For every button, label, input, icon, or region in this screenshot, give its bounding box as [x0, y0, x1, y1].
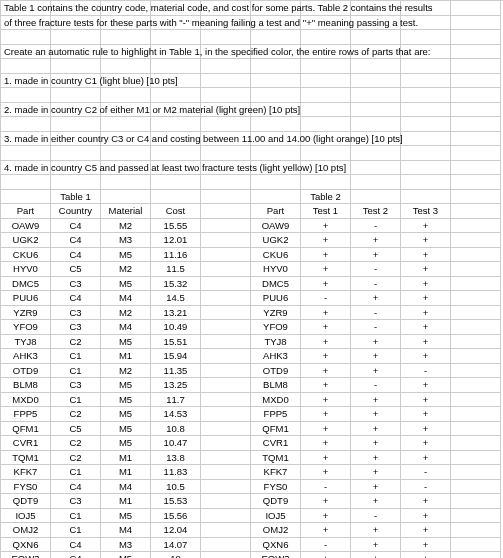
table2-test1: + — [301, 407, 351, 422]
empty-cell — [101, 175, 151, 190]
rule-2: 2. made in country C2 of either M1 or M2… — [1, 103, 51, 118]
table1-country: C3 — [51, 320, 101, 335]
table2-test3: + — [401, 277, 451, 292]
table1-part: CKU6 — [1, 248, 51, 263]
empty-cell — [151, 146, 201, 161]
table1-part: IOJ5 — [1, 509, 51, 524]
empty-cell — [151, 175, 201, 190]
empty-cell — [251, 190, 301, 205]
empty-cell — [451, 175, 501, 190]
table2-header-test3: Test 3 — [401, 204, 451, 219]
table2-test2: + — [351, 364, 401, 379]
table1-part: MXD0 — [1, 393, 51, 408]
empty-cell — [201, 378, 251, 393]
table2-part: FYS0 — [251, 480, 301, 495]
table1-country: C1 — [51, 349, 101, 364]
table1-material: M4 — [101, 480, 151, 495]
table1-material: M5 — [101, 407, 151, 422]
empty-cell — [1, 190, 51, 205]
empty-cell — [351, 30, 401, 45]
table1-part: OMJ2 — [1, 523, 51, 538]
table1-country: C4 — [51, 219, 101, 234]
table2-test1: - — [301, 538, 351, 553]
table2-part: OAW9 — [251, 219, 301, 234]
empty-cell — [401, 117, 451, 132]
empty-cell — [401, 30, 451, 45]
table1-cost: 13.8 — [151, 451, 201, 466]
table1-country: C4 — [51, 233, 101, 248]
table2-test3: + — [401, 538, 451, 553]
table1-part: YZR9 — [1, 306, 51, 321]
empty-cell — [201, 219, 251, 234]
table1-cost: 10.47 — [151, 436, 201, 451]
table2-part: OMJ2 — [251, 523, 301, 538]
table2-test1: + — [301, 451, 351, 466]
rule-1: 1. made in country C1 (light blue) [10 p… — [1, 74, 51, 89]
empty-cell — [251, 74, 301, 89]
table2-part: PUU6 — [251, 291, 301, 306]
table2-test2: + — [351, 393, 401, 408]
table1-part: DMC5 — [1, 277, 51, 292]
table2-test1: + — [301, 320, 351, 335]
empty-cell — [251, 175, 301, 190]
table1-cost: 15.51 — [151, 335, 201, 350]
empty-cell — [1, 175, 51, 190]
table1-country: C4 — [51, 552, 101, 558]
table2-test3: + — [401, 451, 451, 466]
empty-cell — [101, 59, 151, 74]
table2-test3: - — [401, 465, 451, 480]
empty-cell — [451, 335, 501, 350]
empty-cell — [451, 1, 501, 16]
table2-test3: + — [401, 378, 451, 393]
table2-part: TYJ8 — [251, 335, 301, 350]
table1-material: M5 — [101, 552, 151, 558]
table1-material: M2 — [101, 219, 151, 234]
table2-header-part: Part — [251, 204, 301, 219]
empty-cell — [401, 146, 451, 161]
table2-test1: + — [301, 436, 351, 451]
rule-4: 4. made in country C5 and passed at leas… — [1, 161, 51, 176]
table2-test3: - — [401, 480, 451, 495]
empty-cell — [401, 161, 451, 176]
empty-cell — [451, 378, 501, 393]
empty-cell — [201, 59, 251, 74]
table2-test3: + — [401, 552, 451, 558]
empty-cell — [451, 233, 501, 248]
rule-3: 3. made in either country C3 or C4 and c… — [1, 132, 51, 147]
table2-header-test1: Test 1 — [301, 204, 351, 219]
table1-part: AHK3 — [1, 349, 51, 364]
table1-header-part: Part — [1, 204, 51, 219]
table1-cost: 12.04 — [151, 523, 201, 538]
table2-test3: + — [401, 291, 451, 306]
table1-header-cost: Cost — [151, 204, 201, 219]
table2-test1: + — [301, 262, 351, 277]
empty-cell — [201, 480, 251, 495]
empty-cell — [351, 117, 401, 132]
table1-cost: 10.8 — [151, 422, 201, 437]
table2-test2: - — [351, 378, 401, 393]
table1-material: M1 — [101, 451, 151, 466]
empty-cell — [201, 262, 251, 277]
empty-cell — [401, 74, 451, 89]
empty-cell — [201, 277, 251, 292]
table2-test2: + — [351, 248, 401, 263]
empty-cell — [401, 88, 451, 103]
table2-part: MXD0 — [251, 393, 301, 408]
empty-cell — [101, 146, 151, 161]
empty-cell — [451, 291, 501, 306]
empty-cell — [451, 277, 501, 292]
table2-part: BLM8 — [251, 378, 301, 393]
empty-cell — [201, 436, 251, 451]
table2-test3: + — [401, 320, 451, 335]
table2-test3: + — [401, 335, 451, 350]
table2-part: OTD9 — [251, 364, 301, 379]
empty-cell — [451, 248, 501, 263]
table1-country: C4 — [51, 248, 101, 263]
empty-cell — [301, 175, 351, 190]
empty-cell — [201, 233, 251, 248]
table1-part: FYS0 — [1, 480, 51, 495]
empty-cell — [451, 117, 501, 132]
table1-part: UGK2 — [1, 233, 51, 248]
table2-test2: + — [351, 451, 401, 466]
empty-cell — [201, 407, 251, 422]
